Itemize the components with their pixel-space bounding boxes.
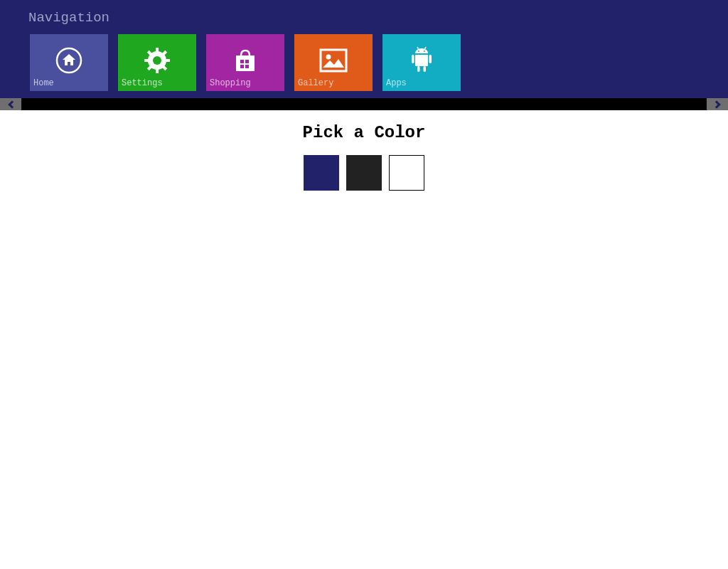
- color-swatch-dark[interactable]: [346, 155, 382, 191]
- tile-settings[interactable]: Settings: [118, 34, 196, 91]
- svg-point-25: [418, 50, 419, 52]
- color-swatch-navy[interactable]: [304, 155, 339, 191]
- svg-line-18: [417, 47, 419, 50]
- tile-label: Home: [33, 78, 54, 88]
- svg-rect-22: [429, 55, 432, 63]
- svg-rect-5: [164, 59, 170, 62]
- svg-rect-14: [245, 60, 249, 63]
- svg-rect-20: [415, 55, 428, 66]
- swatch-row: [0, 155, 728, 191]
- tile-gallery[interactable]: Gallery: [294, 34, 373, 91]
- svg-rect-3: [156, 68, 159, 73]
- home-icon: [55, 43, 83, 78]
- chevron-left-icon: [8, 100, 16, 108]
- tile-label: Gallery: [298, 78, 333, 88]
- svg-rect-15: [245, 65, 249, 68]
- tile-apps[interactable]: Apps: [382, 34, 461, 91]
- android-icon: [409, 43, 434, 78]
- svg-rect-23: [417, 66, 420, 72]
- navigation-title: Navigation: [0, 7, 728, 34]
- tiles-row: Home: [0, 34, 728, 98]
- tile-shopping[interactable]: Shopping: [206, 34, 284, 91]
- color-swatch-white[interactable]: [389, 155, 424, 191]
- chevron-right-icon: [712, 100, 720, 108]
- color-picker-title: Pick a Color: [0, 123, 728, 142]
- svg-point-17: [326, 55, 331, 60]
- shopping-bag-icon: [232, 43, 259, 78]
- svg-point-26: [424, 50, 425, 52]
- tile-label: Shopping: [210, 78, 251, 88]
- svg-rect-21: [412, 55, 414, 63]
- gear-icon: [143, 43, 171, 78]
- scroll-right-button[interactable]: [707, 98, 728, 110]
- color-picker-section: Pick a Color: [0, 110, 728, 191]
- tile-label: Apps: [386, 78, 407, 88]
- scroll-left-button[interactable]: [0, 98, 21, 110]
- svg-rect-12: [240, 60, 244, 63]
- scroll-arrow-bar: [0, 98, 728, 110]
- tile-home[interactable]: Home: [30, 34, 108, 91]
- svg-point-10: [153, 56, 161, 65]
- svg-rect-16: [321, 50, 346, 71]
- svg-rect-24: [424, 66, 427, 72]
- svg-rect-2: [156, 48, 159, 53]
- navigation-bar: Navigation Home: [0, 0, 728, 110]
- tile-label: Settings: [122, 78, 163, 88]
- svg-line-19: [424, 47, 426, 50]
- svg-rect-13: [240, 65, 244, 68]
- picture-icon: [318, 43, 348, 78]
- svg-rect-4: [144, 59, 150, 62]
